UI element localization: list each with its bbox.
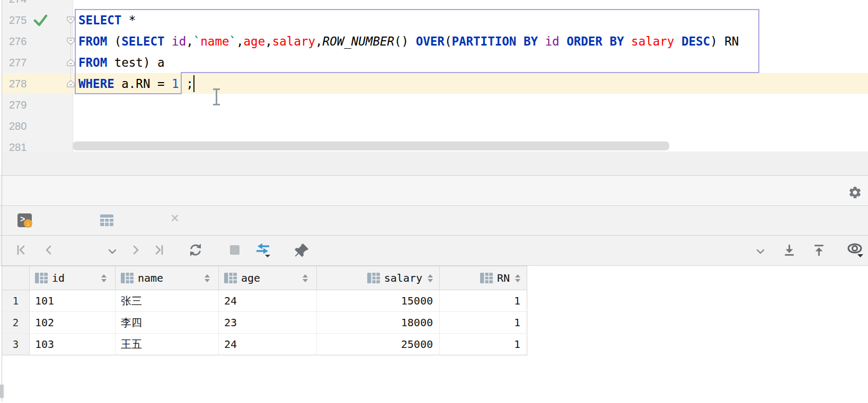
grid-header-row: id name bbox=[2, 266, 527, 290]
cell-salary[interactable]: 15000 bbox=[317, 290, 440, 312]
result-grid: id name bbox=[2, 266, 527, 355]
result-toolbar: 3 rows bbox=[0, 236, 868, 266]
cell-salary[interactable]: 18000 bbox=[317, 312, 440, 334]
row-number[interactable]: 1 bbox=[2, 290, 30, 312]
vertical-scrollbar-stub[interactable] bbox=[0, 384, 4, 398]
cell-age[interactable]: 24 bbox=[219, 334, 317, 355]
column-header-salary[interactable]: salary bbox=[317, 266, 440, 290]
cell-name[interactable]: 李四 bbox=[116, 312, 219, 334]
pin-icon[interactable] bbox=[293, 242, 310, 259]
last-page-icon[interactable] bbox=[153, 244, 165, 256]
cell-age[interactable]: 23 bbox=[219, 312, 317, 334]
sort-icon[interactable] bbox=[428, 274, 433, 282]
text-caret bbox=[193, 75, 194, 92]
sort-icon[interactable] bbox=[303, 274, 308, 282]
table-row: 2 102 李四 23 18000 1 bbox=[2, 312, 527, 334]
upload-icon[interactable] bbox=[812, 243, 826, 257]
cell-name[interactable]: 王五 bbox=[116, 334, 219, 355]
column-icon bbox=[224, 273, 237, 283]
cell-id[interactable]: 102 bbox=[30, 312, 116, 334]
cell-rn[interactable]: 1 bbox=[440, 312, 527, 334]
eye-view-options-icon[interactable] bbox=[846, 241, 866, 259]
column-header-rn[interactable]: RN bbox=[440, 266, 527, 290]
cell-rn[interactable]: 1 bbox=[440, 290, 527, 312]
panel-header-bar bbox=[0, 176, 868, 205]
gear-icon[interactable] bbox=[848, 185, 862, 200]
ide-window: 274 275 276 277 278 279 280 281 bbox=[0, 0, 868, 403]
row-number-header bbox=[2, 266, 30, 290]
sql-editor[interactable]: 274 275 276 277 278 279 280 281 bbox=[0, 0, 868, 175]
previous-page-icon[interactable] bbox=[42, 244, 55, 256]
compare-data-icon[interactable] bbox=[254, 242, 272, 258]
result-table-icon[interactable] bbox=[100, 214, 114, 227]
result-panel-tabbar: > ↓ Output Result 64 × bbox=[0, 206, 868, 235]
cell-id[interactable]: 103 bbox=[30, 334, 116, 355]
column-header-id[interactable]: id bbox=[30, 266, 116, 290]
output-download-badge-icon: ↓ bbox=[24, 219, 32, 228]
sort-icon[interactable] bbox=[515, 274, 520, 282]
row-number[interactable]: 3 bbox=[2, 334, 30, 355]
sort-icon[interactable] bbox=[205, 274, 210, 282]
close-icon[interactable]: × bbox=[171, 210, 179, 227]
table-row: 3 103 王五 24 25000 1 bbox=[2, 334, 527, 355]
column-header-age[interactable]: age bbox=[219, 266, 317, 290]
column-header-name[interactable]: name bbox=[116, 266, 219, 290]
next-page-icon[interactable] bbox=[129, 244, 142, 256]
first-page-icon[interactable] bbox=[15, 244, 28, 256]
column-icon bbox=[367, 273, 380, 283]
cell-salary[interactable]: 25000 bbox=[317, 334, 440, 355]
editor-horizontal-scrollbar[interactable] bbox=[73, 141, 669, 150]
stop-icon[interactable] bbox=[230, 245, 240, 255]
download-icon[interactable] bbox=[782, 243, 796, 257]
cell-rn[interactable]: 1 bbox=[440, 334, 527, 355]
chevron-down-icon[interactable] bbox=[756, 247, 765, 256]
refresh-icon[interactable] bbox=[188, 243, 203, 257]
row-number[interactable]: 2 bbox=[2, 312, 30, 334]
chevron-down-icon[interactable] bbox=[108, 247, 117, 256]
cell-name[interactable]: 张三 bbox=[116, 290, 219, 312]
editor-bottom-strip bbox=[2, 151, 868, 175]
column-icon bbox=[121, 273, 134, 283]
output-console-icon[interactable]: > ↓ bbox=[17, 213, 32, 227]
cell-age[interactable]: 24 bbox=[219, 290, 317, 312]
table-row: 1 101 张三 24 15000 1 bbox=[2, 290, 527, 312]
panel-left-border bbox=[2, 0, 2, 401]
cell-id[interactable]: 101 bbox=[30, 290, 116, 312]
sort-icon[interactable] bbox=[101, 274, 107, 282]
column-icon bbox=[480, 273, 493, 283]
column-icon bbox=[35, 273, 48, 283]
